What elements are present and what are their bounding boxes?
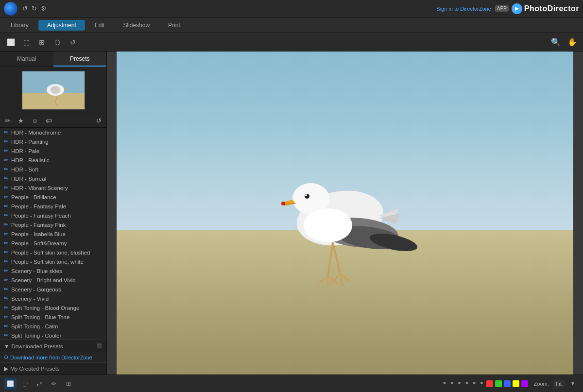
preset-star-icon[interactable]: ★ [16,116,26,125]
color-dot-purple[interactable] [521,380,528,387]
color-dot-yellow[interactable] [513,380,519,387]
preset-face-icon[interactable]: ☺ [30,116,40,125]
thumbnail-image [22,71,85,110]
view-rotate-btn[interactable]: ↺ [66,36,80,49]
bottom-compare-btn[interactable]: ⬚ [18,378,31,390]
thumbnail-area [0,67,106,114]
downloaded-content: ⊙ Download more from DirectorZone [0,352,106,362]
preset-item-split-blood-orange[interactable]: ✏ Split Toning - Blood Orange [0,303,106,312]
panel-toggle-btn[interactable]: ▼ [566,378,579,390]
download-more-link[interactable]: ⊙ Download more from DirectorZone [4,354,103,360]
tab-presets[interactable]: Presets [53,51,107,67]
tab-library[interactable]: Library [2,20,37,31]
bottom-toolbar: ⬜ ⬚ ⇄ ✏ ⊞ • • • • • • Zoom: Fit ▼ [0,375,583,392]
view-compare-btn[interactable]: ⬚ [19,36,33,49]
left-panel: Manual Presets ✏ ★ ☺ [0,51,107,375]
tab-manual[interactable]: Manual [0,51,53,67]
preset-edit-icon: ✏ [4,138,8,145]
preset-item-people-fantasy-pink[interactable]: ✏ People - Fantasy Pink [0,220,106,229]
preset-item-split-calm[interactable]: ✏ Split Toning - Calm [0,322,106,331]
bottom-crop-btn[interactable]: ⇄ [33,378,46,390]
zoom-label: Zoom: [534,381,549,387]
preset-item-split-blue-tone[interactable]: ✏ Split Toning - Blue Tone [0,312,106,322]
preset-item-scenery-gorgeous[interactable]: ✏ Scenery - Gorgeous [0,285,106,294]
color-dot-red[interactable] [486,380,493,387]
preset-item-hdr-painting[interactable]: ✏ HDR - Painting [0,137,106,146]
preset-edit-icon: ✏ [4,157,8,163]
view-single-btn[interactable]: ⬜ [4,36,17,49]
preset-item-people-fantasy-peach[interactable]: ✏ People - Fantasy Peach [0,211,106,220]
preset-item-people-brilliance[interactable]: ✏ People - Brilliance [0,192,106,202]
app-icon: ▶ [512,3,522,14]
downloaded-header[interactable]: ▼ Downloaded Presets ☰ [0,340,106,352]
sign-in-link[interactable]: Sign in to DirectorZone [436,6,491,12]
preset-item-hdr-pale[interactable]: ✏ HDR - Pale [0,146,106,155]
zoom-dropdown[interactable]: Fit [553,380,565,388]
preset-item-people-fantasy-pale[interactable]: ✏ People - Fantasy Pale [0,202,106,211]
preset-item-hdr-vibrant-scenery[interactable]: ✏ HDR - Vibrant Scenery [0,183,106,192]
app-badge: APP [495,5,509,12]
downloaded-section: ▼ Downloaded Presets ☰ ⊙ Download more f… [0,340,106,362]
seagull-illustration [243,92,447,344]
preset-edit-icon: ✏ [4,268,8,274]
photo-canvas [117,51,573,375]
preset-item-hdr-realistic[interactable]: ✏ HDR - Realistic [0,155,106,165]
preset-item-people-soft-skin-white[interactable]: ✏ People - Soft skin tone, white [0,257,106,266]
bottom-grid-btn[interactable]: ⊞ [62,378,75,390]
download-icon: ⊙ [4,354,8,360]
settings-btn[interactable]: ⚙ [41,5,47,12]
svg-point-13 [305,194,307,196]
preset-edit-icon: ✏ [4,286,8,292]
tab-adjustment[interactable]: Adjustment [38,20,85,31]
preset-edit-icon: ✏ [4,194,8,200]
redo-btn[interactable]: ↻ [32,5,37,12]
svg-point-17 [304,208,352,242]
preset-item-people-soft-skin-blushed[interactable]: ✏ People - Soft skin tone, blushed [0,248,106,257]
preset-edit-icon: ✏ [4,203,8,209]
preset-item-people-soft-dreamy[interactable]: ✏ People - Soft&Dreamy [0,239,106,248]
preset-brush-icon[interactable]: ✏ [3,116,12,125]
downloaded-arrow-icon: ▼ [4,343,9,349]
color-dot-blue[interactable] [504,380,511,387]
bottom-single-view-btn[interactable]: ⬜ [4,378,17,390]
preset-item-hdr-monochrome[interactable]: ✏ HDR - Monochrome [0,128,106,137]
hand-btn[interactable]: ✋ [566,36,579,49]
preset-reset-icon[interactable]: ↺ [94,116,103,125]
preset-edit-icon: ✏ [4,231,8,237]
preset-item-scenery-bright-vivid[interactable]: ✏ Scenery - Bright and Vivid [0,275,106,285]
app-title: PhotoDirector [524,4,579,13]
bottom-brush-btn[interactable]: ✏ [48,378,60,390]
view-crop-btn[interactable]: ⬡ [51,36,64,49]
tab-slideshow[interactable]: Slideshow [114,20,158,31]
preset-edit-icon: ✏ [4,185,8,191]
preset-item-people-isabella-blue[interactable]: ✏ People - Isabella Blue [0,229,106,239]
preset-tag-icon[interactable]: 🏷 [44,116,54,125]
preset-item-scenery-blue-skies[interactable]: ✏ Scenery - Blue skies [0,266,106,275]
downloaded-menu-icon[interactable]: ☰ [97,342,103,350]
canvas-area [107,51,583,375]
preset-item-scenery-vivid[interactable]: ✏ Scenery - Vivid [0,294,106,303]
svg-line-20 [318,276,328,284]
my-created-arrow-icon: ▶ [4,365,8,372]
toolbar-right: 🔍 ✋ [549,36,579,49]
preset-item-split-cooler[interactable]: ✏ Split Toning - Cooler [0,331,106,340]
preset-edit-icon: ✏ [4,332,8,339]
preset-edit-icon: ✏ [4,258,8,265]
main-content: Manual Presets ✏ ★ ☺ [0,51,583,375]
preset-item-hdr-soft[interactable]: ✏ HDR - Soft [0,165,106,174]
color-dot-green[interactable] [495,380,502,387]
preset-edit-icon: ✏ [4,295,8,302]
tab-print[interactable]: Print [159,20,189,31]
preset-edit-icon: ✏ [4,148,8,154]
main-toolbar: ⬜ ⬚ ⊞ ⬡ ↺ 🔍 ✋ [0,33,583,51]
preset-edit-icon: ✏ [4,323,8,329]
preset-item-hdr-surreal[interactable]: ✏ HDR - Surreal [0,174,106,183]
preset-edit-icon: ✏ [4,277,8,283]
preset-edit-icon: ✏ [4,166,8,172]
search-btn[interactable]: 🔍 [549,36,563,49]
view-grid-btn[interactable]: ⊞ [35,36,49,49]
preset-edit-icon: ✏ [4,305,8,311]
tab-edit[interactable]: Edit [86,20,114,31]
my-created-header[interactable]: ▶ My Created Presets [0,362,106,375]
undo-btn[interactable]: ↺ [22,5,28,12]
